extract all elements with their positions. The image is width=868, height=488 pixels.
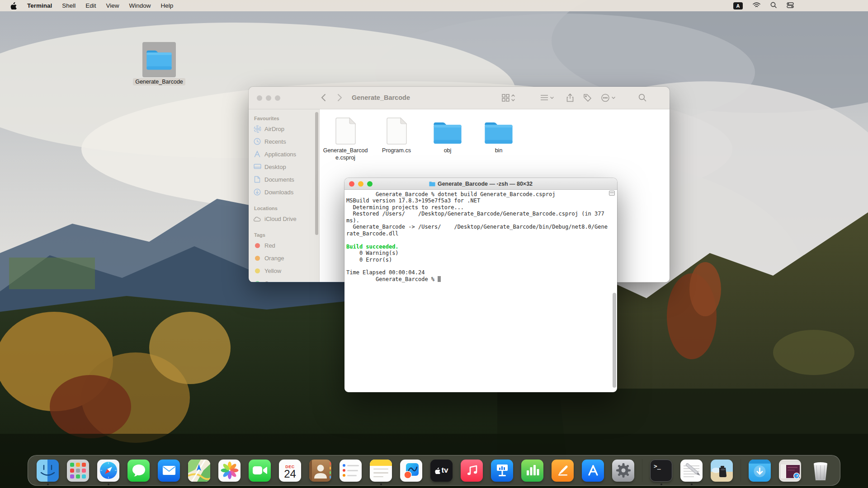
dock-app-store[interactable] bbox=[582, 460, 604, 482]
menu-app-name[interactable]: Terminal bbox=[27, 2, 52, 9]
calendar-day: 24 bbox=[284, 469, 296, 479]
dock-minimized-window[interactable] bbox=[779, 460, 801, 482]
folder-obj[interactable]: obj bbox=[424, 115, 472, 155]
dock-notes[interactable] bbox=[370, 460, 392, 482]
finder-window-title: Generate_Barcode bbox=[352, 94, 410, 101]
dock-facetime[interactable] bbox=[249, 460, 271, 482]
close-button[interactable] bbox=[349, 181, 354, 187]
file-generate-barcode-csproj[interactable]: Generate_Barcode.csproj bbox=[321, 115, 369, 161]
more-actions-icon[interactable] bbox=[601, 94, 617, 104]
terminal-content[interactable]: Generate_Barcode % dotnet build Generate… bbox=[344, 190, 617, 392]
folder-bin[interactable]: bin bbox=[475, 115, 523, 155]
sidebar-item-airdrop[interactable]: AirDrop bbox=[253, 122, 319, 135]
close-button[interactable] bbox=[257, 95, 262, 101]
share-icon[interactable] bbox=[566, 94, 574, 104]
running-indicator bbox=[47, 483, 49, 485]
dock-downloads[interactable] bbox=[749, 460, 771, 482]
icloud-icon bbox=[253, 216, 261, 222]
dock-launchpad[interactable] bbox=[67, 460, 89, 482]
apple-menu[interactable] bbox=[10, 2, 17, 9]
dock-mail[interactable] bbox=[158, 460, 180, 482]
dock-contacts[interactable] bbox=[309, 460, 331, 482]
dock-numbers[interactable] bbox=[521, 460, 543, 482]
apple-logo-icon bbox=[434, 467, 440, 474]
dock-tv[interactable]: tv bbox=[430, 460, 453, 482]
document-icon bbox=[253, 176, 261, 183]
desktop-icon-selection bbox=[142, 42, 176, 77]
tag-green-dot bbox=[255, 281, 260, 282]
minimize-button[interactable] bbox=[358, 181, 363, 187]
view-grid-icon[interactable] bbox=[502, 94, 515, 103]
group-by-icon[interactable] bbox=[540, 94, 555, 103]
wifi-icon[interactable] bbox=[753, 2, 760, 9]
menu-edit[interactable]: Edit bbox=[85, 2, 96, 9]
terminal-line: ms). bbox=[346, 217, 613, 224]
sidebar-item-icloud-drive[interactable]: iCloud Drive bbox=[253, 212, 319, 225]
folder-file-icon bbox=[433, 115, 462, 145]
sidebar-item-desktop[interactable]: Desktop bbox=[253, 160, 319, 173]
zoom-button[interactable] bbox=[275, 95, 280, 101]
dock-music[interactable] bbox=[461, 460, 483, 482]
sidebar-item-tag-green[interactable]: Green bbox=[253, 277, 319, 282]
control-center-icon[interactable] bbox=[787, 2, 794, 9]
terminal-line bbox=[346, 263, 613, 269]
sidebar-item-tag-orange[interactable]: Orange bbox=[253, 252, 319, 264]
sidebar-item-tag-yellow[interactable]: Yellow bbox=[253, 264, 319, 277]
input-source-indicator[interactable]: A bbox=[733, 2, 743, 9]
terminal-scrollbar[interactable] bbox=[613, 293, 616, 388]
split-pane-button[interactable] bbox=[609, 191, 615, 196]
file-program-cs[interactable]: Program.cs bbox=[373, 115, 420, 155]
spotlight-search-icon[interactable] bbox=[770, 2, 777, 9]
dock-freeform[interactable] bbox=[400, 460, 422, 482]
contacts-book-icon bbox=[309, 460, 331, 482]
search-icon[interactable] bbox=[638, 94, 646, 103]
terminal-titlebar[interactable]: Generate_Barcode — -zsh — 80×32 bbox=[344, 178, 617, 190]
dock-keynote[interactable] bbox=[491, 460, 513, 482]
terminal-line: 0 Error(s) bbox=[346, 257, 613, 263]
menu-view[interactable]: View bbox=[106, 2, 119, 9]
sidebar-item-applications[interactable]: Applications bbox=[253, 148, 319, 160]
dock-photos[interactable] bbox=[218, 460, 241, 482]
forward-icon[interactable] bbox=[337, 94, 342, 103]
dock-pages[interactable] bbox=[552, 460, 574, 482]
minimize-button[interactable] bbox=[266, 95, 271, 101]
menu-help[interactable]: Help bbox=[161, 2, 174, 9]
menu-shell[interactable]: Shell bbox=[62, 2, 75, 9]
dock-textedit[interactable] bbox=[680, 460, 703, 482]
dock-safari[interactable] bbox=[97, 460, 119, 482]
dock-trash[interactable] bbox=[809, 460, 831, 482]
dock-calendar[interactable]: DEC 24 bbox=[279, 460, 301, 482]
dock-finder[interactable] bbox=[37, 460, 59, 482]
desktop-icon-generate-barcode[interactable]: Generate_Barcode bbox=[133, 42, 185, 85]
sidebar-item-tag-red[interactable]: Red bbox=[253, 239, 319, 252]
video-camera-icon bbox=[252, 465, 268, 475]
zoom-button[interactable] bbox=[367, 181, 373, 187]
preview-icon bbox=[711, 460, 733, 482]
sidebar-heading-favourites: Favourites bbox=[254, 116, 319, 121]
downloads-folder-icon bbox=[749, 460, 771, 482]
dock-reminders[interactable] bbox=[340, 460, 362, 482]
folder-icon bbox=[146, 49, 173, 70]
finder-toolbar: Generate_Barcode bbox=[249, 87, 670, 109]
dock-preview[interactable] bbox=[711, 460, 733, 482]
pages-pen-icon bbox=[556, 463, 570, 478]
back-icon[interactable] bbox=[321, 94, 326, 103]
dock-terminal[interactable]: >_ bbox=[650, 460, 672, 482]
notes-header bbox=[370, 460, 392, 466]
folder-proxy-icon bbox=[429, 181, 435, 187]
clock-icon bbox=[253, 138, 261, 145]
terminal-line: Restored /Users/ /Desktop/Generate_Barco… bbox=[346, 211, 613, 217]
terminal-line bbox=[346, 237, 613, 243]
dock-messages[interactable] bbox=[127, 460, 150, 482]
tag-icon[interactable] bbox=[583, 94, 592, 104]
app-store-a-icon bbox=[586, 464, 600, 477]
envelope-icon bbox=[162, 465, 176, 475]
sidebar-scrollbar[interactable] bbox=[315, 112, 318, 235]
sidebar-item-documents[interactable]: Documents bbox=[253, 173, 319, 186]
dock-system-settings[interactable] bbox=[612, 460, 634, 482]
dock-maps[interactable] bbox=[188, 460, 210, 482]
terminal-line: Generate_Barcode -> /Users/ /Desktop/Gen… bbox=[346, 224, 613, 230]
menu-window[interactable]: Window bbox=[129, 2, 151, 9]
sidebar-item-recents[interactable]: Recents bbox=[253, 135, 319, 148]
sidebar-item-downloads[interactable]: Downloads bbox=[253, 186, 319, 198]
